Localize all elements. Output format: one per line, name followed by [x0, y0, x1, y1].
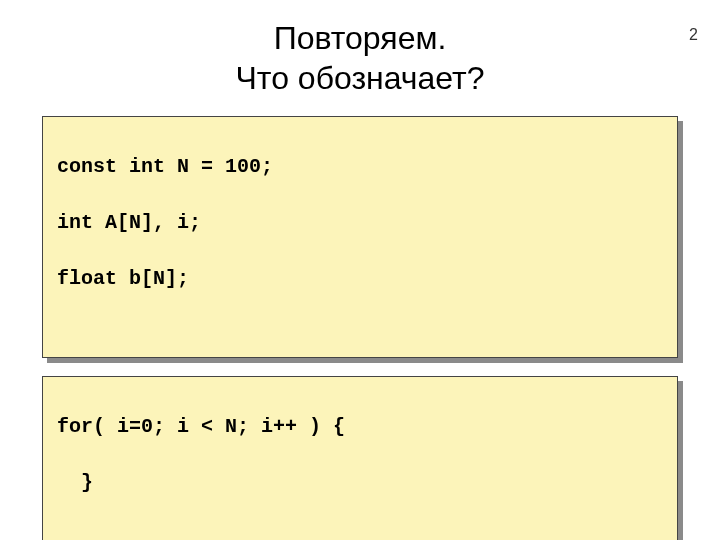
- slide: 2 Повторяем. Что обозначает? const int N…: [0, 18, 720, 540]
- code-block-2: for( i=0; i < N; i++ ) { }: [42, 376, 678, 540]
- code-block-2-wrap: for( i=0; i < N; i++ ) { }: [42, 376, 678, 540]
- title-line-2: Что обозначает?: [236, 60, 485, 96]
- slide-title: Повторяем. Что обозначает?: [0, 18, 720, 98]
- code-block-1: const int N = 100; int A[N], i; float b[…: [42, 116, 678, 358]
- code-line: int A[N], i;: [57, 209, 663, 237]
- title-line-1: Повторяем.: [274, 20, 447, 56]
- page-number: 2: [689, 26, 698, 44]
- code-line: for( i=0; i < N; i++ ) {: [57, 413, 663, 441]
- code-block-1-wrap: const int N = 100; int A[N], i; float b[…: [42, 116, 678, 358]
- code-line: float b[N];: [57, 265, 663, 293]
- code-line: }: [57, 469, 663, 497]
- code-line: const int N = 100;: [57, 153, 663, 181]
